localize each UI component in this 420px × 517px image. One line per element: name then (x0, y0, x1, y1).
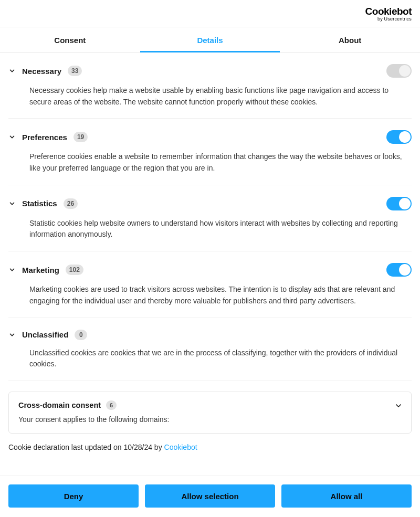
toggle-marketing[interactable] (386, 263, 412, 277)
chevron-down-icon[interactable] (8, 266, 16, 273)
cross-domain-count-badge: 6 (106, 400, 117, 410)
category-necessary: Necessary 33 Necessary cookies help make… (8, 52, 412, 119)
category-count-badge: 102 (66, 265, 83, 275)
footer: Deny Allow selection Allow all (0, 476, 420, 517)
category-marketing: Marketing 102 Marketing cookies are used… (8, 251, 412, 318)
chevron-down-icon[interactable] (8, 67, 16, 75)
chevron-down-icon[interactable] (8, 331, 16, 339)
cookiebot-logo: Cookiebot by Usercentrics (365, 6, 412, 22)
category-count-badge: 33 (68, 66, 82, 76)
header: Cookiebot by Usercentrics (0, 0, 420, 27)
category-description: Unclassified cookies are cookies that we… (29, 347, 412, 370)
chevron-down-icon[interactable] (8, 133, 16, 141)
category-description: Necessary cookies help make a website us… (29, 85, 412, 108)
category-title: Preferences (22, 133, 67, 142)
cross-domain-description: Your consent applies to the following do… (18, 415, 402, 424)
cross-domain-panel: Cross-domain consent 6 Your consent appl… (8, 392, 412, 434)
category-description: Marketing cookies are used to track visi… (29, 284, 412, 307)
content: Necessary 33 Necessary cookies help make… (0, 52, 420, 451)
category-unclassified: Unclassified 0 Unclassified cookies are … (8, 318, 412, 381)
deny-button[interactable]: Deny (8, 484, 139, 508)
tabs: Consent Details About (0, 27, 420, 52)
category-statistics: Statistics 26 Statistic cookies help web… (8, 185, 412, 251)
logo-sub: by Usercentrics (365, 17, 412, 22)
category-title: Marketing (22, 266, 59, 275)
category-count-badge: 19 (74, 132, 88, 142)
tab-about[interactable]: About (280, 27, 420, 52)
declaration-provider-link[interactable]: Cookiebot (164, 443, 197, 451)
cookie-declaration: Cookie declaration last updated on 10/28… (8, 443, 412, 451)
category-description: Statistic cookies help website owners to… (29, 218, 412, 240)
category-preferences: Preferences 19 Preference cookies enable… (8, 119, 412, 185)
toggle-preferences[interactable] (386, 130, 412, 144)
declaration-by: by (152, 443, 164, 451)
tab-details[interactable]: Details (140, 27, 280, 52)
chevron-down-icon (394, 402, 402, 409)
allow-selection-button[interactable]: Allow selection (145, 484, 275, 508)
allow-all-button[interactable]: Allow all (281, 484, 412, 508)
category-title: Unclassified (22, 330, 68, 339)
tab-consent[interactable]: Consent (0, 27, 140, 52)
category-description: Preference cookies enable a website to r… (29, 151, 412, 174)
cross-domain-header[interactable]: Cross-domain consent 6 (18, 400, 402, 410)
chevron-down-icon[interactable] (8, 200, 16, 207)
cross-domain-title: Cross-domain consent (18, 401, 101, 409)
logo-main: Cookiebot (365, 6, 412, 16)
toggle-statistics[interactable] (386, 197, 412, 210)
category-count-badge: 0 (75, 330, 87, 340)
category-title: Statistics (22, 199, 57, 208)
toggle-necessary (386, 64, 412, 78)
category-count-badge: 26 (64, 198, 78, 209)
declaration-date: 10/28/24 (123, 443, 152, 451)
declaration-prefix: Cookie declaration last updated on (8, 443, 123, 451)
category-title: Necessary (22, 67, 61, 76)
